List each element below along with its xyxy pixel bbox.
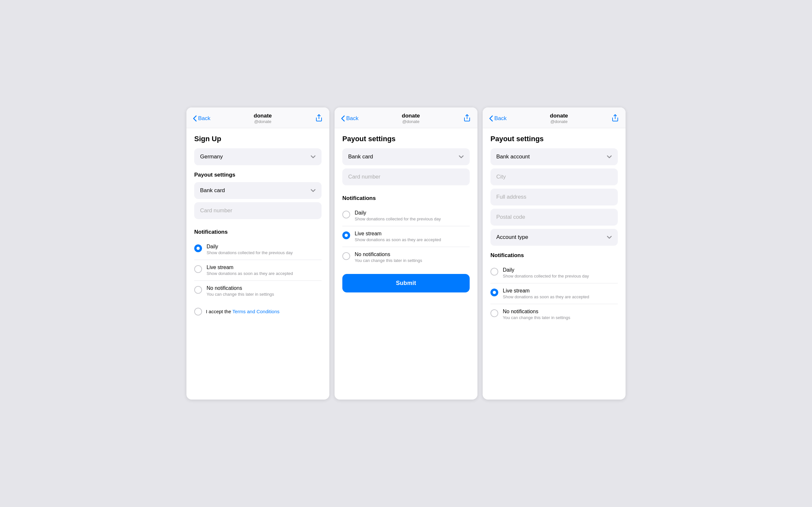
notification-list-2: Daily Show donations collected for the p… [342, 206, 470, 268]
radio-livestream-1[interactable] [194, 265, 202, 273]
panel-payout-card: Back donate @donate Payout settings Bank… [335, 107, 477, 400]
notifications-title-3: Notifications [491, 252, 618, 259]
back-button-2[interactable]: Back [341, 115, 359, 122]
back-button-1[interactable]: Back [193, 115, 210, 122]
radio-daily-3[interactable] [491, 268, 498, 276]
notification-list-3: Daily Show donations collected for the p… [491, 263, 618, 325]
payout-title-1: Payout settings [194, 172, 321, 178]
notification-none-2[interactable]: No notifications You can change this lat… [342, 247, 470, 268]
share-button-3[interactable] [611, 114, 619, 123]
signup-title: Sign Up [194, 135, 321, 143]
city-input[interactable] [491, 168, 618, 185]
panel-payout-bank: Back donate @donate Payout settings Bank… [483, 107, 625, 400]
payout-method-dropdown-2[interactable]: Bank card [342, 148, 470, 165]
notification-livestream-3[interactable]: Live stream Show donations as soon as th… [491, 283, 618, 304]
nav-title-1: donate @donate [254, 113, 272, 124]
share-button-2[interactable] [463, 114, 471, 123]
notification-list-1: Daily Show donations collected for the p… [194, 239, 321, 301]
navbar-2: Back donate @donate [335, 107, 477, 128]
radio-daily-2[interactable] [342, 211, 350, 218]
notification-none-3[interactable]: No notifications You can change this lat… [491, 304, 618, 325]
notification-daily-1[interactable]: Daily Show donations collected for the p… [194, 239, 321, 260]
notifications-title-2: Notifications [342, 195, 470, 202]
address-input[interactable] [491, 188, 618, 206]
postal-input[interactable] [491, 209, 618, 226]
card-number-input-2[interactable] [342, 168, 470, 185]
navbar-3: Back donate @donate [483, 107, 625, 128]
terms-row[interactable]: I accept the Terms and Conditions [194, 307, 321, 316]
navbar-1: Back donate @donate [187, 107, 329, 128]
notification-daily-3[interactable]: Daily Show donations collected for the p… [491, 263, 618, 283]
payout-title-3: Payout settings [491, 135, 618, 143]
payout-method-dropdown-1[interactable]: Bank card [194, 182, 321, 199]
radio-none-2[interactable] [342, 252, 350, 260]
panel-signup: Back donate @donate Sign Up Germany Payo… [187, 107, 329, 400]
payout-title-2: Payout settings [342, 135, 470, 143]
notification-livestream-2[interactable]: Live stream Show donations as soon as th… [342, 226, 470, 247]
notification-none-1[interactable]: No notifications You can change this lat… [194, 281, 321, 301]
radio-none-3[interactable] [491, 309, 498, 317]
nav-title-2: donate @donate [402, 113, 420, 124]
terms-link[interactable]: Terms and Conditions [232, 309, 279, 314]
radio-livestream-3[interactable] [491, 289, 498, 296]
radio-none-1[interactable] [194, 286, 202, 294]
card-number-input-1[interactable] [194, 202, 321, 219]
notification-livestream-1[interactable]: Live stream Show donations as soon as th… [194, 260, 321, 281]
share-button-1[interactable] [315, 114, 323, 123]
country-dropdown[interactable]: Germany [194, 148, 321, 165]
radio-daily-1[interactable] [194, 244, 202, 252]
back-button-3[interactable]: Back [489, 115, 507, 122]
notification-daily-2[interactable]: Daily Show donations collected for the p… [342, 206, 470, 226]
radio-livestream-2[interactable] [342, 231, 350, 239]
submit-button[interactable]: Submit [342, 274, 470, 292]
payout-method-dropdown-3[interactable]: Bank account [491, 148, 618, 165]
nav-title-3: donate @donate [550, 113, 568, 124]
terms-checkbox[interactable] [194, 308, 202, 316]
notifications-title-1: Notifications [194, 229, 321, 235]
account-type-dropdown[interactable]: Account type [491, 229, 618, 246]
